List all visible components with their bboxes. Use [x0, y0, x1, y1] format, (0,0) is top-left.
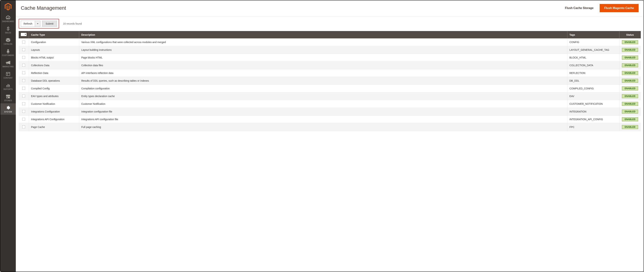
cell-status: ENABLED: [619, 38, 641, 46]
col-header-tags[interactable]: Tags: [567, 31, 619, 38]
table-row: Page CacheFull page cachingFPCENABLED: [19, 123, 641, 131]
cell-description: Compilation configuration: [79, 85, 567, 92]
cell-tags: EAV: [567, 92, 619, 100]
cell-tags: LAYOUT_GENERAL_CACHE_TAG: [567, 46, 619, 54]
cell-tags: FPC: [567, 123, 619, 131]
admin-sidebar: DASHBOARD SALES CATALOG CUSTOMERS MARKET…: [0, 0, 16, 272]
cell-tags: COMPILED_CONFIG: [567, 85, 619, 92]
cell-cache-type: Database DDL operations: [29, 77, 79, 85]
row-checkbox[interactable]: [22, 87, 25, 90]
sidebar-item-system[interactable]: SYSTEM: [0, 103, 16, 115]
row-checkbox[interactable]: [22, 126, 25, 128]
cell-status: ENABLED: [619, 108, 641, 116]
submit-button[interactable]: Submit: [42, 21, 57, 27]
table-row: Compiled ConfigCompilation configuration…: [19, 85, 641, 92]
sidebar-item-sales[interactable]: SALES: [0, 24, 16, 36]
cell-status: ENABLED: [619, 46, 641, 54]
table-row: Integrations API ConfigurationIntegratio…: [19, 116, 641, 123]
flush-cache-storage-button[interactable]: Flush Cache Storage: [561, 4, 597, 12]
sidebar-item-stores[interactable]: STORES: [0, 92, 16, 103]
select-all-checkbox[interactable]: [21, 33, 24, 36]
cell-tags: CUSTOMER_NOTIFICATION: [567, 100, 619, 108]
magento-logo[interactable]: [0, 0, 16, 13]
col-header-status[interactable]: Status: [619, 31, 641, 38]
sidebar-item-label: CATALOG: [4, 43, 12, 45]
cell-description: API interfaces reflection data: [79, 69, 567, 77]
cell-cache-type: Compiled Config: [29, 85, 79, 92]
cache-table-wrap: Cache Type Description Tags Status Confi…: [16, 31, 644, 272]
row-checkbox[interactable]: [22, 48, 25, 51]
megaphone-icon: [6, 60, 10, 65]
highlight-annotation: Refresh Submit: [19, 19, 59, 28]
select-all-dropdown[interactable]: [24, 34, 26, 35]
row-checkbox[interactable]: [22, 56, 25, 59]
row-checkbox[interactable]: [22, 110, 25, 113]
table-row: ConfigurationVarious XML configurations …: [19, 38, 641, 46]
sidebar-item-dashboard[interactable]: DASHBOARD: [0, 13, 16, 24]
status-badge: ENABLED: [622, 102, 638, 106]
cache-table: Cache Type Description Tags Status Confi…: [19, 31, 641, 131]
col-header-cache-type[interactable]: Cache Type: [29, 31, 79, 38]
actions-toolbar: Refresh Submit 16 records found: [16, 16, 644, 31]
table-row: Database DDL operationsResults of DDL qu…: [19, 77, 641, 85]
col-header-description[interactable]: Description: [79, 31, 567, 38]
cell-tags: BLOCK_HTML: [567, 54, 619, 62]
cell-status: ENABLED: [619, 69, 641, 77]
cell-status: ENABLED: [619, 77, 641, 85]
dollar-icon: [7, 26, 9, 31]
mass-action-selected-label: Refresh: [21, 21, 35, 26]
chevron-down-icon[interactable]: [35, 21, 40, 26]
cell-description: Integration configuration file: [79, 108, 567, 116]
cell-description: Results of DDL queries, such as describi…: [79, 77, 567, 85]
cell-cache-type: Integrations Configuration: [29, 108, 79, 116]
sidebar-item-marketing[interactable]: MARKETING: [0, 58, 16, 70]
status-badge: ENABLED: [622, 79, 638, 83]
status-badge: ENABLED: [622, 71, 638, 75]
sidebar-item-content[interactable]: CONTENT: [0, 70, 16, 81]
row-checkbox[interactable]: [22, 40, 25, 44]
gauge-icon: [6, 15, 10, 20]
row-checkbox[interactable]: [22, 72, 25, 74]
sidebar-item-catalog[interactable]: CATALOG: [0, 36, 16, 47]
cell-cache-type: EAV types and attributes: [29, 92, 79, 100]
mass-action-select[interactable]: Refresh: [21, 21, 40, 27]
status-badge: ENABLED: [622, 86, 638, 90]
row-checkbox[interactable]: [22, 94, 25, 98]
cell-tags: INTEGRATION: [567, 108, 619, 116]
sidebar-item-label: MARKETING: [2, 66, 14, 68]
flush-magento-cache-button[interactable]: Flush Magento Cache: [600, 4, 638, 12]
person-icon: [7, 49, 9, 54]
table-row: LayoutsLayout building instructionsLAYOU…: [19, 46, 641, 54]
bar-chart-icon: [6, 83, 10, 88]
cell-tags: REFLECTION: [567, 69, 619, 77]
status-badge: ENABLED: [622, 63, 638, 67]
main-panel: Cache Management Flush Cache Storage Flu…: [16, 0, 644, 272]
cell-cache-type: Layouts: [29, 46, 79, 54]
sidebar-item-label: CONTENT: [4, 77, 12, 79]
sidebar-item-label: REPORTS: [4, 88, 12, 90]
status-badge: ENABLED: [622, 48, 638, 52]
row-checkbox[interactable]: [22, 102, 25, 105]
cell-description: Integrations API configuration file: [79, 116, 567, 123]
cell-status: ENABLED: [619, 92, 641, 100]
status-badge: ENABLED: [622, 94, 638, 98]
cell-status: ENABLED: [619, 54, 641, 62]
sidebar-item-label: SALES: [5, 32, 11, 34]
gear-icon: [6, 106, 10, 110]
cell-cache-type: Blocks HTML output: [29, 54, 79, 62]
sidebar-item-customers[interactable]: CUSTOMERS: [0, 47, 16, 58]
row-checkbox[interactable]: [22, 79, 25, 82]
row-checkbox[interactable]: [22, 64, 25, 66]
row-checkbox[interactable]: [22, 118, 25, 120]
sidebar-item-reports[interactable]: REPORTS: [0, 81, 16, 92]
storefront-icon: [6, 94, 10, 99]
status-badge: ENABLED: [622, 110, 638, 114]
cell-status: ENABLED: [619, 116, 641, 123]
cell-description: Collection data files: [79, 62, 567, 69]
col-header-checkbox: [19, 31, 29, 38]
cell-cache-type: Reflection Data: [29, 69, 79, 77]
cell-description: Full page caching: [79, 123, 567, 131]
records-found-label: 16 records found: [63, 22, 82, 25]
cell-status: ENABLED: [619, 100, 641, 108]
table-row: Integrations ConfigurationIntegration co…: [19, 108, 641, 116]
